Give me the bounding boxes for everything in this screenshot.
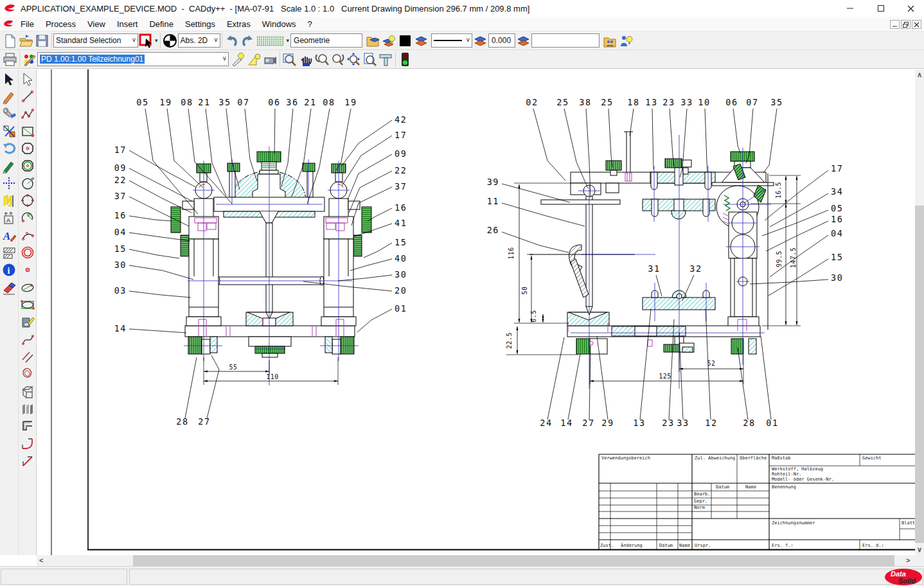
open-file-icon[interactable] <box>18 33 34 49</box>
menu-settings[interactable]: Settings <box>179 18 221 30</box>
rect-diag-tool[interactable] <box>19 123 36 139</box>
zoom-window-icon[interactable] <box>281 51 298 67</box>
line-width-field[interactable]: 0.000 <box>488 33 515 48</box>
circle-red-tool[interactable] <box>19 244 36 261</box>
offset-contour-tool[interactable] <box>19 366 36 382</box>
menu-windows[interactable]: Windows <box>256 18 302 30</box>
zoom-in-rot-icon[interactable] <box>314 51 330 67</box>
circle-tangent-tool[interactable] <box>19 175 36 191</box>
scroll-down-arrow[interactable]: ∨ <box>917 544 922 555</box>
users-folder-icon[interactable] <box>602 33 618 49</box>
user-bulb-icon[interactable] <box>618 33 634 49</box>
line-tool[interactable] <box>19 88 36 105</box>
mdi-close-button[interactable] <box>912 20 921 29</box>
mdi-minimize-button[interactable] <box>890 20 900 29</box>
vertical-scrollbar[interactable]: ∧ ∨ <box>915 69 924 555</box>
pan-hand-icon[interactable] <box>298 51 314 67</box>
maximize-button[interactable] <box>866 0 896 17</box>
svg-text:16.5: 16.5 <box>775 182 782 199</box>
menu-view[interactable]: View <box>82 18 111 30</box>
close-button[interactable] <box>896 0 924 17</box>
scroll-up-arrow[interactable]: ∧ <box>917 69 922 80</box>
zoom-out-rot-icon[interactable] <box>330 51 346 67</box>
eraser-tool[interactable] <box>1 279 17 296</box>
octagon-green-tool[interactable] <box>19 157 36 174</box>
ruler-bulb-icon[interactable] <box>246 51 262 67</box>
vertical-scroll-thumb[interactable] <box>915 206 924 543</box>
menu-process[interactable]: Process <box>40 18 82 30</box>
menu-extras[interactable]: Extras <box>221 18 256 30</box>
extra-field[interactable] <box>531 33 600 48</box>
dots-cross-tool[interactable] <box>1 175 17 191</box>
yellow-n-tool[interactable] <box>1 192 17 209</box>
horizontal-scrollbar[interactable]: < > <box>37 555 924 566</box>
t-ruler-icon[interactable] <box>378 51 394 67</box>
ellipse-diag-tool[interactable] <box>19 279 36 296</box>
coord-mode-combo[interactable]: Abs. 2D∨ <box>178 33 220 48</box>
hatch-icon-tool[interactable] <box>1 244 17 261</box>
rotate-blue-tool[interactable] <box>1 140 17 157</box>
layer-name-field[interactable]: Geometrie <box>290 33 362 48</box>
linestyle-combo[interactable]: ∨ <box>431 33 472 48</box>
layer-bulb-icon[interactable] <box>381 33 397 49</box>
mdi-restore-button[interactable] <box>901 20 911 29</box>
chamfer-tool[interactable] <box>19 452 36 469</box>
pen-bulb-icon[interactable] <box>230 51 246 67</box>
layer-stack-icon[interactable] <box>472 33 488 49</box>
menu-help[interactable]: ? <box>302 18 318 30</box>
white-arrow-tool[interactable] <box>19 71 36 87</box>
selection-combo[interactable]: Standard Selection∨ <box>53 33 138 48</box>
swap-xy-tool[interactable] <box>1 123 17 139</box>
zoom-page-icon[interactable] <box>362 51 378 67</box>
scroll-right-arrow[interactable]: > <box>906 555 910 566</box>
parallel-lines-tool[interactable] <box>19 348 36 365</box>
arc-green-tool[interactable] <box>19 209 36 226</box>
info-tool[interactable]: i <box>1 262 17 278</box>
contour-u-tool[interactable] <box>19 418 36 434</box>
arc-3pt-tool[interactable] <box>19 227 36 244</box>
origin-circle-icon[interactable] <box>162 33 178 49</box>
front-view: 0519082135070636210819170922371604153003… <box>114 97 407 427</box>
octagon-center-tool[interactable] <box>19 140 36 157</box>
box-3d-tool[interactable] <box>19 383 36 400</box>
panels-3d-tool[interactable] <box>19 400 36 417</box>
horizontal-scroll-thumb[interactable] <box>133 555 894 566</box>
text-a-tool[interactable]: A <box>1 227 17 244</box>
menu-insert[interactable]: Insert <box>111 18 144 30</box>
drawing-view-combo[interactable]: PD 1.00:1.00 Teilzeichnung01∨ <box>37 52 229 66</box>
circle-4pt-tool[interactable] <box>19 192 36 209</box>
minimize-button[interactable] <box>835 0 865 17</box>
polyline-tool[interactable] <box>19 105 36 122</box>
fillet-tool[interactable] <box>19 435 36 452</box>
scroll-left-arrow[interactable]: < <box>39 555 43 566</box>
drawing-canvas[interactable]: 0519082135070636210819170922371604153003… <box>37 69 915 555</box>
spline-tool[interactable] <box>19 331 36 348</box>
grid-snap-icon[interactable]: > <box>256 33 285 49</box>
layer-stack-icon[interactable] <box>515 33 531 49</box>
menu-file[interactable]: File <box>15 18 40 30</box>
point-red-tool[interactable] <box>19 262 36 278</box>
projector-icon[interactable] <box>262 51 278 67</box>
color-swatch-icon[interactable] <box>397 33 413 49</box>
pencil-green-tool[interactable] <box>1 157 17 174</box>
toolbar-view: PD 1.00:1.00 Teilzeichnung01∨ <box>0 50 924 69</box>
tools-tool[interactable] <box>1 105 17 122</box>
printer-icon[interactable] <box>2 51 18 67</box>
pencil-orange-tool[interactable] <box>1 88 17 105</box>
select-arrow-tool[interactable] <box>1 71 17 87</box>
ellipse-rect-tool[interactable] <box>19 296 36 313</box>
frame-a-tool[interactable]: A <box>1 209 17 226</box>
selection-mode-icon[interactable] <box>138 33 154 49</box>
traffic-light-icon[interactable] <box>397 51 413 67</box>
layer-stack-icon[interactable] <box>413 33 429 49</box>
zoom-fit-icon[interactable] <box>346 51 362 67</box>
save-file-icon[interactable] <box>34 33 50 49</box>
region-pencil-tool[interactable] <box>19 314 36 330</box>
svg-text:28: 28 <box>743 418 755 428</box>
new-file-icon[interactable] <box>2 33 18 49</box>
layer-folder-icon[interactable] <box>365 33 381 49</box>
redo-icon[interactable] <box>240 33 256 49</box>
menu-define[interactable]: Define <box>143 18 179 30</box>
palette-icon[interactable] <box>21 51 37 67</box>
undo-icon[interactable] <box>224 33 240 49</box>
